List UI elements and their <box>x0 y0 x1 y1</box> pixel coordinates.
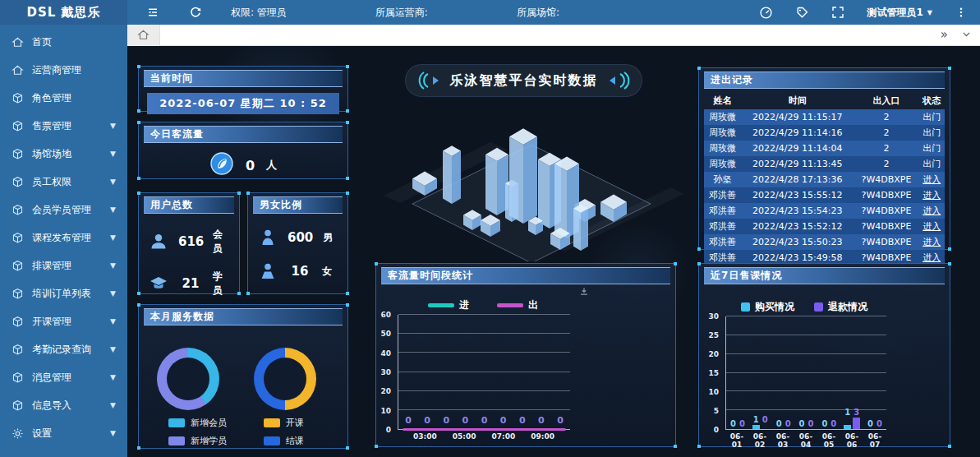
topbar: DSL 戴思乐 权限: 管理员 所属运营商: 所属场馆: <box>0 0 980 25</box>
venue-label[interactable]: 所属场馆: <box>517 6 559 20</box>
x-tick-label: 05:00 <box>453 432 476 441</box>
sidebar-item-label: 消息管理 <box>32 371 71 385</box>
sidebar-item[interactable]: 售票管理▼ <box>0 112 127 140</box>
bar-column: 00 <box>772 316 795 429</box>
sidebar-item[interactable]: 运营商管理 <box>0 56 127 84</box>
sidebar-item[interactable]: 会员学员管理▼ <box>0 196 127 224</box>
headline-right-decoration <box>606 70 631 91</box>
sidebar-item[interactable]: 场馆场地▼ <box>0 140 127 168</box>
sidebar-item[interactable]: 首页 <box>0 28 127 56</box>
record-name: 周玫微 <box>704 125 741 141</box>
panel-sales-chart: 近7日售课情况 购买情况退款情况 00100000001300 05101520… <box>698 263 950 447</box>
y-tick-label: 40 <box>380 349 391 358</box>
tab-home[interactable] <box>127 25 160 46</box>
gauge-icon[interactable] <box>758 5 773 20</box>
city-3d-graphic <box>367 99 689 261</box>
sidebar-item[interactable]: 考勤记录查询▼ <box>0 335 127 363</box>
cube-icon <box>12 372 24 384</box>
record-status[interactable]: 进入 <box>918 172 945 187</box>
cube-icon <box>12 176 24 188</box>
tag-icon[interactable] <box>794 5 809 20</box>
sidebar-item-label: 考勤记录查询 <box>32 343 91 357</box>
sidebar-item[interactable]: 开课管理▼ <box>0 307 127 335</box>
record-time: 2022/4/29 11:15:17 <box>741 109 854 125</box>
user-menu[interactable]: 测试管理员1 ▼ <box>867 6 932 20</box>
bar-value-label: 0 <box>830 419 836 428</box>
home-icon <box>12 64 24 76</box>
operator-label[interactable]: 所属运营商: <box>375 6 428 20</box>
legend-swatch <box>814 302 823 312</box>
bar-value-label: 0 <box>730 419 736 428</box>
legend-label: 开课 <box>286 417 304 429</box>
bar-column: 13 <box>840 316 863 429</box>
female-icon <box>258 261 278 281</box>
sidebar-item[interactable]: 课程发布管理▼ <box>0 224 127 252</box>
gear-icon <box>12 427 24 440</box>
y-tick-label: 0 <box>714 426 719 434</box>
sidebar-item[interactable]: 角色管理 <box>0 84 127 112</box>
gridline <box>726 335 886 335</box>
table-row: 周玫微2022/4/29 11:14:042出门 <box>704 141 945 156</box>
record-time: 2022/4/28 17:13:36 <box>741 172 854 187</box>
sidebar-item-label: 课程发布管理 <box>32 231 91 245</box>
fullscreen-icon[interactable] <box>830 5 845 20</box>
female-count: 16 <box>288 264 312 279</box>
chevron-down-icon[interactable] <box>961 27 972 43</box>
legend-item: 新增会员 <box>168 417 227 429</box>
record-status[interactable]: 进入 <box>918 234 945 250</box>
record-name: 周玫微 <box>704 141 741 156</box>
sidebar-item[interactable]: 员工权限▼ <box>0 168 127 196</box>
x-tick-label: 06-01 <box>725 432 748 449</box>
cube-icon <box>12 204 24 216</box>
bar-columns: 00100000001300 <box>726 316 886 429</box>
current-time-value: 2022-06-07 星期二 10 : 52 <box>147 93 339 114</box>
record-time: 2022/4/29 11:14:04 <box>741 141 854 156</box>
sidebar-item[interactable]: 排课管理▼ <box>0 252 127 279</box>
table-row: 邓洪善2022/4/23 15:52:12?W4DBXPE进入 <box>704 219 945 234</box>
table-row: 邓洪善2022/4/23 15:54:23?W4DBXPE进入 <box>704 203 945 219</box>
record-status[interactable]: 进入 <box>918 219 945 234</box>
sidebar-item[interactable]: 培训订单列表▼ <box>0 279 127 307</box>
stat-row: 600 男 <box>248 228 347 247</box>
sidebar-item[interactable]: 设置▼ <box>0 419 127 447</box>
x-tick-label <box>515 432 531 441</box>
y-axis-labels: 051015202530 <box>704 316 722 430</box>
sidebar-item-label: 会员学员管理 <box>32 203 91 217</box>
record-gate: ?W4DBXPE <box>854 219 919 234</box>
legend-label: 购买情况 <box>755 300 794 314</box>
record-status: 出门 <box>918 125 945 141</box>
record-status[interactable]: 进入 <box>918 203 945 219</box>
value-label: 0 <box>422 415 432 426</box>
record-time: 2022/4/23 15:55:12 <box>741 187 854 203</box>
menu-collapse-icon[interactable] <box>145 5 160 20</box>
sidebar-item[interactable]: 信息导入▼ <box>0 391 127 419</box>
record-time: 2022/4/23 15:52:12 <box>741 219 854 234</box>
bar-value-label: 0 <box>808 419 814 428</box>
female-label: 女 <box>322 265 332 279</box>
panel-title: 近7日售课情况 <box>704 267 945 284</box>
kebab-menu-icon[interactable] <box>954 5 968 20</box>
legend-item: 进 <box>428 298 469 312</box>
record-gate: ?W4DBXPE <box>854 203 919 219</box>
panel-today-flow: 今日客流量 0 人 <box>138 122 348 179</box>
legend-item: 退款情况 <box>814 300 867 314</box>
bar-column: 00 <box>795 316 818 429</box>
chevron-down-icon: ▼ <box>110 401 116 409</box>
today-flow-value: 0 <box>246 158 255 173</box>
bar-group <box>752 425 769 429</box>
cube-icon <box>12 260 24 272</box>
double-chevron-right-icon[interactable]: » <box>941 29 948 41</box>
record-time: 2022/4/29 11:13:45 <box>741 156 854 172</box>
y-tick-label: 15 <box>708 369 719 377</box>
y-tick-label: 30 <box>708 312 719 321</box>
record-status: 出门 <box>918 156 945 172</box>
download-icon[interactable] <box>578 285 590 301</box>
refresh-icon[interactable] <box>188 5 203 20</box>
bar-column: 00 <box>817 316 840 429</box>
record-status[interactable]: 进入 <box>918 187 945 203</box>
table-row: 周玫微2022/4/29 11:13:452出门 <box>704 156 945 172</box>
sidebar-item-label: 培训订单列表 <box>32 287 91 301</box>
panel-user-total: 用户总数 616 会员 21 学员 <box>138 192 240 294</box>
sidebar-item[interactable]: 消息管理▼ <box>0 363 127 391</box>
sidebar-item-label: 信息导入 <box>32 399 71 413</box>
